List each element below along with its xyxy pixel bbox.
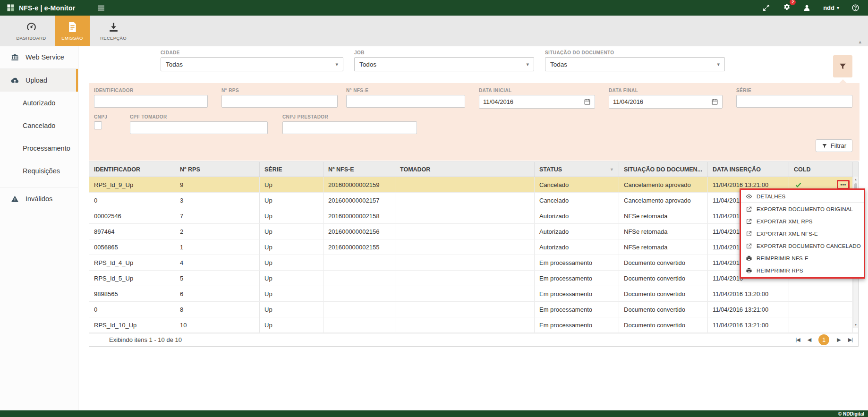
scroll-up-icon[interactable]: ▴ (853, 177, 858, 182)
tab-emissao[interactable]: EMISSÃO (55, 16, 90, 46)
cell: RPS_Id_10_Up (89, 317, 175, 332)
cell-value: Up (264, 228, 272, 235)
table-row[interactable]: 98985656UpEm processamentoDocumento conv… (89, 286, 858, 302)
sidebar-item-label: Web Service (26, 53, 64, 61)
menu-item-exportar-xml-rps[interactable]: EXPORTAR XML RPS (741, 215, 864, 228)
situacao-do-documento-select[interactable]: Todas▾ (545, 57, 725, 71)
select-value: Todas (550, 61, 567, 68)
field-label: DATA FINAL (609, 88, 723, 93)
cell-value: 11/04/2016 13:21:00 (713, 306, 768, 313)
select-label: CIDADE (161, 50, 343, 55)
column-header-identificador[interactable]: IDENTIFICADOR (89, 162, 175, 177)
cell-value: 201600000002156 (328, 228, 379, 235)
help-icon[interactable] (851, 4, 859, 12)
row-actions-button[interactable]: ⋯ (837, 180, 850, 189)
chevron-down-icon: ▾ (335, 61, 338, 68)
identificador-input[interactable] (94, 95, 208, 108)
cell-value: Em processamento (539, 306, 592, 313)
pagination: |◀ ◀ 1 ▶ ▶| (795, 334, 852, 345)
column-header-n-nfs-e[interactable]: Nº NFS-E (323, 162, 395, 177)
prev-page-button[interactable]: ◀ (808, 337, 811, 343)
cell: 11/04/2016 13:20:00 (708, 286, 789, 301)
cell: Autorizado (535, 224, 619, 239)
sidebar-item-autorizado[interactable]: Autorizado (0, 92, 78, 114)
cell-value: 897464 (94, 228, 114, 235)
table-footer: Exibindo itens 1 - 10 de 10 |◀ ◀ 1 ▶ ▶| (89, 333, 858, 346)
sidebar-item-label: Requisições (23, 167, 60, 175)
sidebar-item-invalidos[interactable]: Inválidos (0, 187, 78, 210)
menu-toggle-icon[interactable] (97, 4, 105, 12)
settings-button[interactable]: 2 (783, 3, 791, 13)
cell-value: 11/04/2016 13:20:00 (713, 290, 768, 298)
printer-icon (746, 267, 752, 274)
cell-value: 10 (180, 322, 187, 329)
table-row[interactable]: 08UpEm processamentoDocumento convertido… (89, 302, 858, 317)
select-value: Todas (166, 61, 183, 68)
column-header-situacao-do-documen[interactable]: SITUAÇÃO DO DOCUMEN... (619, 162, 708, 177)
cell: Autorizado (535, 208, 619, 223)
table-row[interactable]: RPS_Id_10_Up10UpEm processamentoDocument… (89, 317, 858, 333)
column-header-n-rps[interactable]: Nº RPS (175, 162, 260, 177)
cpf-tomador-input[interactable] (130, 121, 268, 134)
field-label: CNPJ (94, 114, 113, 119)
current-page[interactable]: 1 (818, 334, 829, 345)
last-page-button[interactable]: ▶| (848, 337, 852, 343)
items-summary: Exibindo itens 1 - 10 de 10 (109, 336, 182, 343)
cell: Up (260, 224, 323, 239)
cell-value: 1 (180, 244, 183, 251)
tab-recepcao[interactable]: RECEPÇÃO (96, 16, 131, 46)
column-header-serie[interactable]: SÉRIE (260, 162, 323, 177)
first-page-button[interactable]: |◀ (795, 337, 800, 343)
cell: Up (260, 208, 323, 223)
cell-value: Em processamento (539, 290, 592, 298)
app-window: NFS-e | e-Monitor 2 ndd ▾ DASHBOARDEMISS… (0, 0, 868, 417)
cell: Up (260, 302, 323, 317)
collapse-ribbon-icon[interactable]: ▴ (859, 39, 861, 45)
menu-item-reimprimir-nfs-e[interactable]: REIMPRIMIR NFS-E (741, 252, 864, 264)
sidebar-item-processamento[interactable]: Processamento (0, 137, 78, 160)
menu-item-reimprimir-rps[interactable]: REIMPRIMIR RPS (741, 264, 864, 277)
filter-field-data-final: DATA FINAL11/04/2016 (609, 88, 723, 109)
cidade-select[interactable]: Todas▾ (161, 57, 343, 71)
cell-cold (789, 302, 853, 317)
column-header-status[interactable]: STATUS▼ (535, 162, 619, 177)
column-header-data-insercao[interactable]: DATA INSERÇÃO (708, 162, 789, 177)
calendar-icon (584, 98, 591, 105)
user-icon[interactable] (803, 4, 811, 12)
menu-item-detalhes[interactable]: DETALHES (741, 190, 864, 203)
n-nfs-e-input[interactable] (346, 95, 465, 108)
job-select[interactable]: Todos▾ (354, 57, 534, 71)
column-label: STATUS (539, 166, 562, 173)
filtrar-button[interactable]: Filtrar (816, 139, 852, 152)
column-header-tomador[interactable]: TOMADOR (395, 162, 535, 177)
serie-input[interactable] (736, 95, 852, 108)
tab-dashboard[interactable]: DASHBOARD (14, 16, 49, 46)
filter-toggle-button[interactable] (833, 55, 852, 77)
menu-item-exportar-xml-nfs-e[interactable]: EXPORTAR XML NFS-E (741, 228, 864, 240)
cell-value: 11/04/2016 (713, 228, 743, 235)
data-inicial-input[interactable]: 11/04/2016 (479, 95, 595, 109)
fullscreen-icon[interactable] (762, 4, 770, 12)
cnpj-checkbox[interactable] (94, 121, 102, 129)
user-menu[interactable]: ndd ▾ (823, 4, 839, 11)
next-page-button[interactable]: ▶ (837, 337, 840, 343)
cell-value: RPS_Id_4_Up (94, 259, 133, 266)
sidebar-item-label: Autorizado (23, 99, 55, 107)
cell: 201600000002157 (323, 193, 395, 208)
dashboard-icon (26, 21, 37, 33)
sidebar-item-upload[interactable]: Upload (0, 69, 78, 92)
sidebar-item-label: Inválidos (26, 195, 52, 203)
scroll-down-icon[interactable]: ▾ (853, 322, 858, 328)
sidebar-item-web-service[interactable]: Web Service (0, 46, 78, 69)
cell-value: Up (264, 181, 272, 188)
gear-icon (783, 3, 791, 11)
sidebar-item-cancelado[interactable]: Cancelado (0, 114, 78, 137)
n-rps-input[interactable] (221, 95, 338, 108)
cnpj-prestador-input[interactable] (282, 121, 417, 134)
menu-item-exportar-documento-original[interactable]: EXPORTAR DOCUMENTO ORIGINAL (741, 203, 864, 215)
column-label: SITUAÇÃO DO DOCUMEN... (624, 166, 702, 173)
menu-item-exportar-documento-cancelado[interactable]: EXPORTAR DOCUMENTO CANCELADO (741, 240, 864, 252)
data-final-input[interactable]: 11/04/2016 (609, 95, 723, 109)
sidebar-item-requisicoes[interactable]: Requisições (0, 160, 78, 182)
column-header-cold[interactable]: COLD (789, 162, 853, 177)
